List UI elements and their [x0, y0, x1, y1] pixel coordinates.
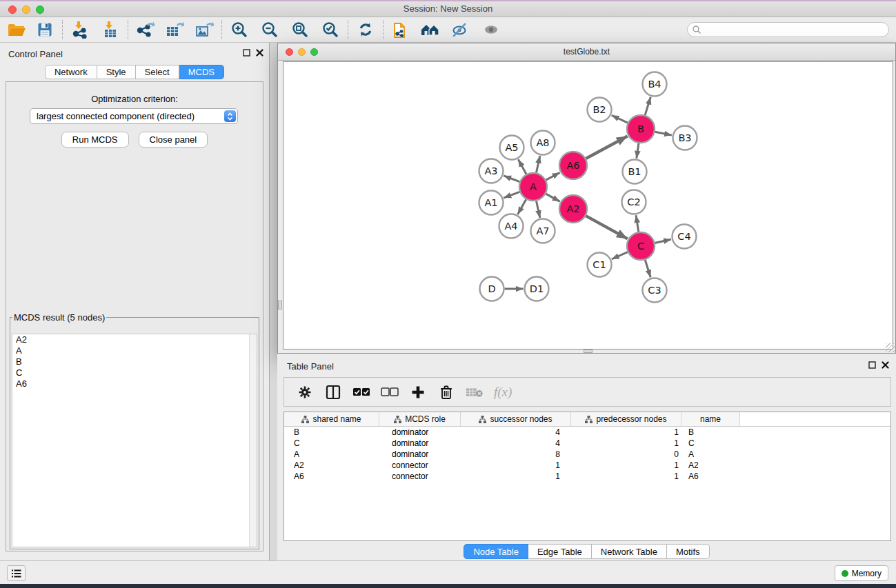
- table-row[interactable]: Bdominator41B: [284, 427, 890, 438]
- function-builder-button[interactable]: f(x): [494, 385, 512, 400]
- window-resize-grip[interactable]: [886, 343, 895, 352]
- close-panel-button[interactable]: Close panel: [139, 132, 208, 148]
- graph-edge-A-A6[interactable]: [546, 172, 560, 180]
- horizontal-scrollbar-thumb[interactable]: [584, 349, 593, 353]
- mcds-result-item[interactable]: A: [12, 345, 257, 356]
- memory-button[interactable]: Memory: [835, 565, 888, 581]
- graph-node-B1[interactable]: B1: [623, 160, 647, 184]
- graph-edge-A6-B[interactable]: [586, 136, 627, 159]
- graph-node-D[interactable]: D: [480, 277, 504, 301]
- close-table-panel-icon[interactable]: [882, 361, 889, 369]
- column-header-predecessor-nodes[interactable]: predecessor nodes: [571, 412, 681, 426]
- mcds-result-item[interactable]: A2: [12, 334, 257, 345]
- optimization-dropdown[interactable]: largest connected component (directed): [30, 108, 238, 124]
- table-row[interactable]: Adominator80A: [284, 449, 890, 460]
- column-header-MCDS-role[interactable]: MCDS role: [379, 412, 461, 426]
- graph-edge-A-A4[interactable]: [518, 199, 526, 214]
- first-neighbors-button[interactable]: [419, 19, 441, 40]
- select-all-columns-button[interactable]: [352, 383, 370, 401]
- graph-node-A5[interactable]: A5: [500, 136, 524, 160]
- network-canvas[interactable]: B4B2BB3A8A5A6B1A3AA1C2A2A4A7C4CC1C3DD1: [283, 61, 893, 349]
- graph-edge-B-B2[interactable]: [612, 115, 628, 123]
- graph-node-A2[interactable]: A2: [559, 195, 587, 223]
- zoom-in-button[interactable]: [228, 19, 250, 40]
- tab-network-table[interactable]: Network Table: [592, 544, 667, 559]
- graph-node-D1[interactable]: D1: [525, 277, 549, 301]
- mcds-result-item[interactable]: B: [12, 356, 257, 367]
- graph-edge-A2-C[interactable]: [586, 216, 627, 239]
- delete-table-button[interactable]: [466, 383, 484, 401]
- table-settings-button[interactable]: [296, 383, 314, 401]
- import-network-button[interactable]: [69, 19, 91, 40]
- column-header-shared-name[interactable]: shared name: [284, 412, 379, 426]
- graph-node-C[interactable]: C: [627, 232, 655, 260]
- zoom-fit-button[interactable]: [289, 19, 311, 40]
- tab-select[interactable]: Select: [136, 65, 179, 79]
- graph-edge-A-A5[interactable]: [518, 159, 526, 174]
- table-row[interactable]: A2connector11A2: [284, 460, 890, 471]
- result-list-scrollbar[interactable]: [249, 334, 257, 547]
- mcds-result-item[interactable]: A6: [12, 378, 257, 389]
- save-session-button[interactable]: [34, 19, 56, 40]
- table-row[interactable]: Cdominator41C: [284, 438, 890, 449]
- export-table-button[interactable]: [163, 19, 186, 40]
- graph-node-B2[interactable]: B2: [588, 98, 612, 122]
- open-session-button[interactable]: [6, 19, 28, 40]
- graph-edge-A-A2[interactable]: [546, 194, 559, 201]
- tab-network[interactable]: Network: [45, 65, 97, 79]
- graph-edge-C-C1[interactable]: [612, 252, 628, 259]
- graph-edge-C-C3[interactable]: [645, 260, 650, 277]
- graph-node-B3[interactable]: B3: [673, 126, 697, 150]
- graph-node-A6[interactable]: A6: [559, 152, 587, 179]
- graph-node-A4[interactable]: A4: [499, 214, 524, 239]
- mcds-result-list[interactable]: A2ABCA6: [12, 334, 257, 547]
- graph-node-A7[interactable]: A7: [531, 219, 555, 243]
- graph-edge-C-C2[interactable]: [636, 215, 639, 232]
- export-network-button[interactable]: [135, 19, 157, 40]
- graph-edge-A-A3[interactable]: [504, 176, 519, 182]
- import-table-button[interactable]: [99, 19, 121, 40]
- graph-node-C4[interactable]: C4: [673, 225, 697, 249]
- zoom-selected-button[interactable]: [319, 19, 341, 40]
- graph-node-B[interactable]: B: [627, 115, 655, 143]
- table-row[interactable]: A6connector11A6: [284, 471, 890, 482]
- export-image-button[interactable]: [193, 19, 215, 40]
- graph-edge-C-C4[interactable]: [655, 239, 670, 243]
- close-panel-icon[interactable]: [256, 49, 263, 57]
- tab-motifs[interactable]: Motifs: [667, 544, 710, 559]
- vertical-scrollbar-thumb[interactable]: [278, 301, 282, 310]
- graph-node-B4[interactable]: B4: [643, 72, 667, 97]
- hide-selected-button[interactable]: [449, 19, 471, 40]
- show-column-panel-button[interactable]: [324, 383, 342, 401]
- float-panel-icon[interactable]: [243, 49, 250, 57]
- graph-node-A3[interactable]: A3: [479, 159, 504, 183]
- show-all-button[interactable]: [480, 19, 502, 40]
- graph-edge-B-B4[interactable]: [645, 97, 650, 115]
- graph-node-C1[interactable]: C1: [588, 253, 612, 277]
- column-header-successor-nodes[interactable]: successor nodes: [461, 412, 571, 426]
- graph-edge-B-B3[interactable]: [655, 132, 672, 135]
- deselect-all-columns-button[interactable]: [381, 383, 399, 401]
- graph-node-A1[interactable]: A1: [479, 191, 504, 215]
- float-table-panel-icon[interactable]: [868, 361, 876, 369]
- tab-style[interactable]: Style: [97, 65, 136, 79]
- main-titlebar[interactable]: Session: New Session: [0, 1, 896, 17]
- show-panel-list-button[interactable]: [7, 565, 26, 581]
- tab-edge-table[interactable]: Edge Table: [528, 544, 592, 559]
- graph-edge-A-A1[interactable]: [504, 192, 519, 198]
- graph-node-A[interactable]: A: [519, 173, 547, 201]
- tab-node-table[interactable]: Node Table: [464, 544, 528, 559]
- column-header-name[interactable]: name: [681, 412, 740, 426]
- graph-node-A8[interactable]: A8: [531, 131, 555, 155]
- graph-edge-B-B1[interactable]: [637, 143, 639, 159]
- graph-edge-A-A8[interactable]: [536, 156, 539, 172]
- mcds-result-item[interactable]: C: [12, 367, 257, 378]
- create-column-button[interactable]: [409, 383, 427, 401]
- new-network-from-selection-button[interactable]: [390, 19, 412, 40]
- tab-mcds[interactable]: MCDS: [179, 65, 224, 79]
- network-window-titlebar[interactable]: testGlobe.txt: [278, 43, 895, 61]
- zoom-out-button[interactable]: [259, 19, 281, 40]
- graph-node-C3[interactable]: C3: [643, 278, 667, 303]
- search-input[interactable]: [687, 22, 889, 37]
- graph-edge-A-A7[interactable]: [536, 201, 539, 218]
